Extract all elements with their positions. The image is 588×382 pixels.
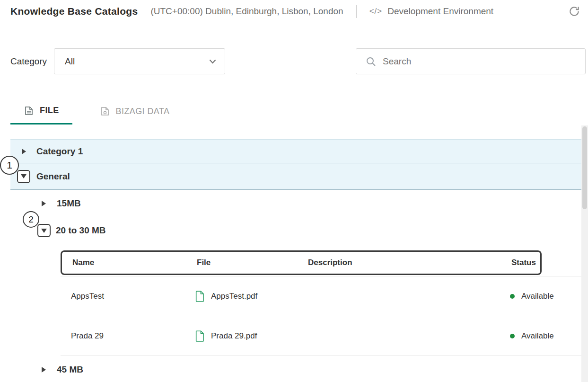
caret-right-icon[interactable] <box>42 201 46 206</box>
search-box[interactable] <box>356 48 586 74</box>
tree-row-category-1[interactable]: Category 1 <box>10 139 581 163</box>
annotation-callout-1: 1 <box>0 156 19 175</box>
tree-row-20-to-30-mb[interactable]: 20 to 30 MB <box>10 217 581 244</box>
files-table: Name File Description Status AppsTest Ap… <box>61 244 581 356</box>
search-icon <box>366 56 376 67</box>
chevron-down-icon <box>209 59 216 64</box>
tab-file-label: FILE <box>40 106 59 115</box>
knowledge-base-catalogs-page: Knowledge Base Catalogs (UTC+00:00) Dubl… <box>0 0 588 382</box>
tree-row-label: Category 1 <box>36 146 83 157</box>
status-badge: Available <box>521 331 554 341</box>
tree-row-label: General <box>36 171 70 182</box>
cell-name: Prada 29 <box>71 331 195 341</box>
tab-file[interactable]: FILE <box>10 98 72 124</box>
search-input[interactable] <box>383 56 578 67</box>
column-header-name: Name <box>72 258 197 267</box>
timezone-label: (UTC+00:00) Dublin, Edinburgh, Lisbon, L… <box>150 6 343 17</box>
page-title: Knowledge Base Catalogs <box>10 6 138 17</box>
vertical-scrollbar[interactable] <box>581 125 588 382</box>
code-icon: </> <box>369 7 383 16</box>
tree-row-general[interactable]: General <box>10 163 581 190</box>
pdf-document-icon <box>195 291 204 302</box>
environment-label: Development Environment <box>387 6 493 17</box>
cell-file[interactable]: Prada 29.pdf <box>195 330 307 342</box>
tree-row-45mb[interactable]: 45 MB <box>10 356 581 382</box>
annotation-box-expand-general[interactable] <box>17 170 30 183</box>
category-select[interactable]: All <box>54 48 225 74</box>
annotation-callout-2: 2 <box>23 211 39 228</box>
cell-status: Available <box>510 292 581 301</box>
scrollbar-thumb[interactable] <box>582 126 587 209</box>
tree-row-label: 45 MB <box>57 364 83 375</box>
annotation-box-expand-20-30[interactable] <box>37 224 51 237</box>
caret-down-icon <box>41 229 47 233</box>
catalog-tree: Category 1 General 15MB 20 to 30 MB Name… <box>10 139 581 382</box>
category-label: Category <box>10 56 47 67</box>
cell-status: Available <box>510 331 581 341</box>
tree-row-15mb[interactable]: 15MB <box>10 190 581 217</box>
category-selected-value: All <box>65 56 75 67</box>
caret-right-icon[interactable] <box>22 149 26 154</box>
environment-indicator: </> Development Environment <box>369 6 493 17</box>
tab-bizagi-data[interactable]: BIZAGI DATA <box>87 98 183 124</box>
status-dot <box>510 334 515 338</box>
pdf-document-icon <box>195 330 204 342</box>
table-row[interactable]: AppsTest AppsTest.pdf Available <box>61 276 581 316</box>
tab-bar: FILE BIZAGI DATA <box>10 98 588 124</box>
column-header-description: Description <box>308 258 511 267</box>
top-bar: Knowledge Base Catalogs (UTC+00:00) Dubl… <box>0 0 588 18</box>
column-header-file: File <box>197 258 308 267</box>
divider <box>356 5 357 18</box>
table-header-row: Name File Description Status <box>61 244 581 276</box>
cell-file-name: Prada 29.pdf <box>211 331 257 341</box>
column-header-status: Status <box>511 258 540 267</box>
annotation-box-table-header: Name File Description Status <box>61 250 542 275</box>
file-tab-icon <box>24 106 34 116</box>
cell-name: AppsTest <box>71 292 195 301</box>
refresh-icon <box>568 5 580 18</box>
status-badge: Available <box>521 292 554 301</box>
tab-bizagi-data-label: BIZAGI DATA <box>116 107 170 116</box>
table-row[interactable]: Prada 29 Prada 29.pdf Available <box>61 316 581 356</box>
cell-file-name: AppsTest.pdf <box>211 292 257 301</box>
refresh-button[interactable] <box>568 5 580 18</box>
cell-file[interactable]: AppsTest.pdf <box>195 291 307 302</box>
caret-right-icon[interactable] <box>42 367 46 373</box>
tree-row-label: 15MB <box>57 198 81 209</box>
status-dot <box>510 294 515 299</box>
filter-bar: Category All <box>10 48 586 74</box>
tree-row-label: 20 to 30 MB <box>56 225 106 236</box>
caret-down-icon <box>21 174 26 178</box>
data-document-icon <box>100 106 110 116</box>
